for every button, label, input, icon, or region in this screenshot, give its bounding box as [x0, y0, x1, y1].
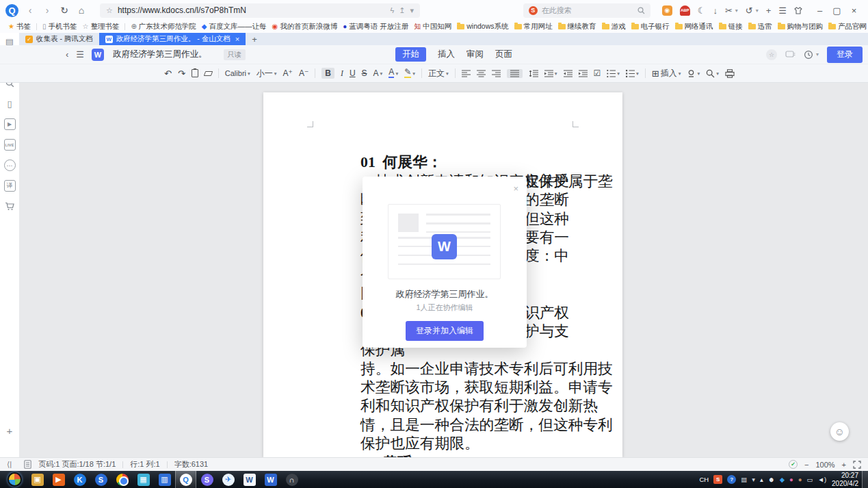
chat-bubble-icon[interactable]: ⋯ — [4, 159, 16, 171]
taskbar-chrome-icon[interactable] — [111, 471, 133, 488]
insert-button[interactable]: ⊞插入▾ — [652, 68, 681, 79]
bookmark-item[interactable]: 常用网址 — [514, 22, 553, 31]
sidebar-collapse-icon[interactable]: ⟨| — [7, 460, 12, 469]
align-right-button[interactable] — [492, 70, 501, 77]
tray-sogou-icon[interactable]: S — [713, 475, 722, 484]
text-effects-button[interactable]: A▾ — [373, 68, 383, 78]
skin-icon[interactable] — [794, 7, 802, 14]
search-engine-icon[interactable]: S — [529, 6, 538, 15]
browser-tab-active[interactable]: W 政府经济学第三周作业。 - 金山文档 × — [99, 33, 246, 45]
reader-bolt-icon[interactable]: ϟ — [390, 6, 394, 14]
minimize-button[interactable]: – — [811, 5, 828, 16]
close-button[interactable]: × — [845, 5, 863, 16]
screenshot-caret-icon[interactable]: ▾ — [735, 8, 738, 14]
increase-indent-button[interactable] — [579, 70, 588, 77]
tray-qq-icon[interactable]: ☻ — [768, 476, 775, 483]
search-placeholder[interactable]: 在此搜索 — [542, 5, 633, 16]
game-center-icon[interactable]: ◉ — [662, 5, 672, 16]
paste-button[interactable] — [192, 69, 198, 77]
tray-printer-icon[interactable]: ▤ — [741, 476, 747, 483]
address-bar[interactable]: ☆ https://www.kdocs.cn/l/s7oP8hTmN ϟ ↥ ▾ — [100, 3, 420, 18]
favorite-star-icon[interactable]: ☆ — [106, 6, 113, 15]
live-icon[interactable]: LIVE — [4, 139, 16, 151]
browser-tab-inactive[interactable]: ✓ 收集表 - 腾讯文档 — [19, 33, 99, 45]
new-tab-button[interactable]: + — [246, 33, 263, 45]
medal-icon[interactable]: ☆ — [766, 49, 777, 60]
show-desktop-button[interactable] — [862, 471, 868, 488]
taskbar-qq-browser-icon[interactable]: Q — [175, 471, 196, 488]
seal-tool-button[interactable]: ▾ — [687, 69, 700, 78]
translate-icon[interactable]: 译 — [4, 180, 16, 192]
zoom-level[interactable]: 100% — [815, 461, 834, 469]
tray-avatar-icon[interactable]: ● — [798, 476, 802, 483]
add-icon[interactable]: + — [766, 5, 772, 16]
assistant-float-icon[interactable]: ☺ — [830, 422, 849, 441]
bookmark-item[interactable]: ▯ 手机书签 — [42, 22, 77, 31]
bookmark-item[interactable]: 购物与团购 — [778, 22, 824, 31]
sidebar-add-icon[interactable]: + — [4, 425, 16, 437]
taskbar-video-blocks-icon[interactable]: ▥ — [154, 471, 175, 488]
indent-dropdown-button[interactable]: ▾ — [544, 70, 557, 77]
doc-back-icon[interactable]: ‹ — [66, 49, 68, 60]
taskbar-thunder-icon[interactable]: ✈ — [218, 471, 239, 488]
fullscreen-icon[interactable] — [853, 461, 861, 469]
paragraph-style-select[interactable]: 正文▾ — [428, 68, 449, 79]
tray-lang-indicator[interactable]: CH — [699, 476, 709, 483]
modal-close-icon[interactable]: × — [513, 184, 518, 193]
font-color-button[interactable]: A▾ — [389, 68, 398, 78]
screenshot-icon[interactable]: ✂ — [725, 5, 733, 16]
checkbox-list-button[interactable]: ☑ — [594, 68, 601, 78]
browser-logo-icon[interactable]: Q — [5, 4, 18, 17]
bookmark-item[interactable]: ◆ 百度文库——让每 — [202, 22, 267, 31]
share-icon[interactable]: ↥ — [399, 6, 405, 15]
tray-pink-icon[interactable]: ● — [789, 476, 793, 483]
font-size-select[interactable]: 小一▾ — [257, 68, 277, 79]
taskbar-word-icon[interactable]: W — [239, 471, 260, 488]
tray-shield-icon[interactable]: ◆ — [780, 476, 785, 483]
line-spacing-button[interactable] — [529, 70, 538, 77]
reader-book-icon[interactable]: ▯ — [4, 98, 16, 110]
strikethrough-button[interactable]: S — [362, 68, 367, 78]
adblock-icon[interactable]: ABP — [680, 5, 690, 16]
login-join-edit-button[interactable]: 登录并加入编辑 — [406, 321, 484, 341]
redo-button[interactable]: ↷ — [178, 68, 185, 79]
history-caret-icon[interactable]: ▾ — [816, 51, 819, 57]
find-button[interactable]: ▾ — [706, 69, 719, 78]
increase-font-button[interactable]: A⁺ — [283, 68, 293, 78]
underline-button[interactable]: U — [350, 68, 356, 78]
tray-caret-up-icon[interactable]: ▴ — [760, 476, 763, 483]
decrease-font-button[interactable]: A⁻ — [299, 68, 308, 78]
wps-logo-icon[interactable]: W — [92, 49, 104, 61]
bookmark-item[interactable]: ⊕ 广东技术师范学院 — [131, 22, 196, 31]
align-left-button[interactable] — [462, 70, 471, 77]
bookmarks-overflow-icon[interactable]: » — [858, 21, 863, 31]
menu-icon[interactable]: ☰ — [778, 5, 787, 16]
back-icon[interactable]: ‹ — [25, 5, 36, 16]
search-icon[interactable] — [637, 7, 645, 14]
tray-volume-icon[interactable]: ◄) — [817, 476, 826, 483]
bookmark-item[interactable]: 知 中国知网 — [414, 22, 451, 31]
bookmark-item[interactable]: 网络通讯 — [675, 22, 713, 31]
comment-mode-icon[interactable] — [785, 51, 795, 59]
history-caret-icon[interactable]: ▾ — [756, 8, 759, 14]
maximize-button[interactable]: ▢ — [828, 5, 845, 16]
history-icon[interactable]: ↺ — [746, 5, 753, 16]
taskbar-wps-icon[interactable]: W — [260, 471, 281, 488]
zoom-out-button[interactable]: − — [804, 461, 808, 469]
bullet-list-button[interactable]: ▾ — [607, 70, 620, 77]
bookmark-item[interactable]: 继续教育 — [558, 22, 596, 31]
bookmark-item[interactable]: ☆ 整理书签 — [82, 22, 125, 31]
taskbar-clock[interactable]: 20:27 2020/4/2 — [832, 472, 858, 488]
number-list-button[interactable]: ▾ — [626, 70, 639, 77]
tab-home[interactable]: 开始 — [395, 47, 426, 62]
addr-dropdown-icon[interactable]: ▾ — [410, 6, 414, 15]
doc-menu-icon[interactable]: ☰ — [76, 49, 84, 60]
taskbar-sogou-icon[interactable]: S — [90, 471, 111, 488]
bookmark-item[interactable]: 链接 — [719, 22, 743, 31]
shopping-cart-icon[interactable] — [4, 201, 16, 212]
start-button[interactable] — [8, 472, 22, 487]
tray-display-icon[interactable]: ▭ — [807, 476, 813, 483]
night-mode-icon[interactable]: ☾ — [698, 5, 706, 16]
video-icon[interactable]: ▶ — [4, 118, 16, 130]
tab-close-icon[interactable]: × — [235, 35, 239, 43]
